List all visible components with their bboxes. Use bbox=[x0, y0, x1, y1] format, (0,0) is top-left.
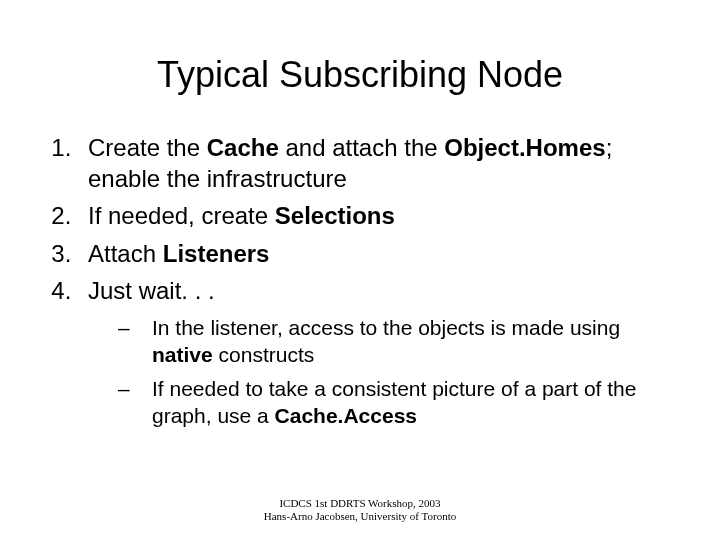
text: If needed, create bbox=[88, 202, 275, 229]
slide-title: Typical Subscribing Node bbox=[48, 54, 672, 96]
text: In the listener, access to the objects i… bbox=[152, 316, 620, 339]
text: Attach bbox=[88, 240, 163, 267]
slide-footer: ICDCS 1st DDRTS Workshop, 2003 Hans-Arno… bbox=[0, 497, 720, 525]
list-item: Attach Listeners bbox=[78, 238, 672, 269]
bold-term: native bbox=[152, 343, 213, 366]
bold-term: Object.Homes bbox=[444, 134, 605, 161]
slide: { "title": "Typical Subscribing Node", "… bbox=[0, 0, 720, 540]
list-item: If needed, create Selections bbox=[78, 200, 672, 231]
footer-line: ICDCS 1st DDRTS Workshop, 2003 bbox=[0, 497, 720, 511]
sub-list-item: In the listener, access to the objects i… bbox=[118, 314, 672, 369]
sub-list: In the listener, access to the objects i… bbox=[118, 314, 672, 429]
list-item: Create the Cache and attach the Object.H… bbox=[78, 132, 672, 194]
footer-line: Hans-Arno Jacobsen, University of Toront… bbox=[0, 510, 720, 524]
text: constructs bbox=[213, 343, 315, 366]
list-item: Just wait. . . bbox=[78, 275, 672, 306]
bold-term: Cache bbox=[207, 134, 279, 161]
text: Just wait. . . bbox=[88, 277, 215, 304]
main-list: Create the Cache and attach the Object.H… bbox=[78, 132, 672, 306]
bold-term: Cache.Access bbox=[275, 404, 417, 427]
text: Create the bbox=[88, 134, 207, 161]
bold-term: Selections bbox=[275, 202, 395, 229]
bold-term: Listeners bbox=[163, 240, 270, 267]
sub-list-item: If needed to take a consistent picture o… bbox=[118, 375, 672, 430]
text: and attach the bbox=[279, 134, 444, 161]
